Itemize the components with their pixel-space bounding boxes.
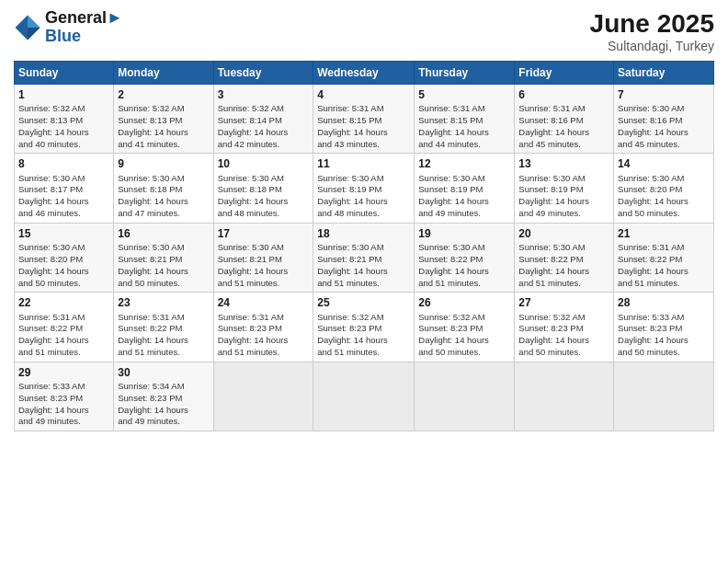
- day-number: 22: [18, 295, 109, 310]
- calendar-cell: 8Sunrise: 5:30 AMSunset: 8:17 PMDaylight…: [15, 154, 114, 223]
- day-number: 30: [118, 365, 209, 380]
- calendar-cell: 18Sunrise: 5:30 AMSunset: 8:21 PMDayligh…: [313, 223, 415, 292]
- day-info: Sunrise: 5:34 AMSunset: 8:23 PMDaylight:…: [118, 381, 209, 428]
- page: General► Blue June 2025 Sultandagi, Turk…: [0, 0, 728, 441]
- day-number: 3: [218, 87, 310, 102]
- svg-marker-2: [28, 28, 40, 40]
- logo-icon: [14, 14, 41, 41]
- weekday-header-tuesday: Tuesday: [213, 62, 313, 85]
- day-number: 5: [418, 87, 510, 102]
- day-number: 21: [618, 226, 710, 241]
- calendar-cell: [415, 362, 515, 431]
- calendar-cell: 4Sunrise: 5:31 AMSunset: 8:15 PMDaylight…: [313, 85, 415, 154]
- day-info: Sunrise: 5:30 AMSunset: 8:22 PMDaylight:…: [418, 242, 510, 289]
- day-number: 4: [317, 87, 410, 102]
- day-info: Sunrise: 5:30 AMSunset: 8:20 PMDaylight:…: [618, 173, 710, 220]
- calendar-cell: 17Sunrise: 5:30 AMSunset: 8:21 PMDayligh…: [213, 223, 313, 292]
- calendar-week-5: 29Sunrise: 5:33 AMSunset: 8:23 PMDayligh…: [15, 362, 714, 431]
- day-info: Sunrise: 5:30 AMSunset: 8:21 PMDaylight:…: [317, 242, 410, 289]
- day-info: Sunrise: 5:30 AMSunset: 8:17 PMDaylight:…: [18, 173, 109, 220]
- day-number: 2: [118, 87, 209, 102]
- day-number: 1: [18, 87, 109, 102]
- calendar-cell: 28Sunrise: 5:33 AMSunset: 8:23 PMDayligh…: [614, 293, 714, 362]
- day-number: 10: [218, 156, 310, 171]
- weekday-header-saturday: Saturday: [614, 62, 714, 85]
- day-info: Sunrise: 5:33 AMSunset: 8:23 PMDaylight:…: [618, 312, 710, 359]
- day-number: 14: [618, 156, 710, 171]
- day-info: Sunrise: 5:31 AMSunset: 8:16 PMDaylight:…: [518, 103, 609, 150]
- day-info: Sunrise: 5:31 AMSunset: 8:15 PMDaylight:…: [317, 103, 410, 150]
- day-info: Sunrise: 5:30 AMSunset: 8:19 PMDaylight:…: [518, 173, 609, 220]
- calendar-cell: [213, 362, 313, 431]
- day-number: 11: [317, 156, 410, 171]
- day-info: Sunrise: 5:30 AMSunset: 8:21 PMDaylight:…: [118, 242, 209, 289]
- calendar-cell: 27Sunrise: 5:32 AMSunset: 8:23 PMDayligh…: [515, 293, 614, 362]
- calendar-cell: 16Sunrise: 5:30 AMSunset: 8:21 PMDayligh…: [114, 223, 213, 292]
- calendar-cell: 15Sunrise: 5:30 AMSunset: 8:20 PMDayligh…: [15, 223, 114, 292]
- calendar-week-3: 15Sunrise: 5:30 AMSunset: 8:20 PMDayligh…: [15, 223, 714, 292]
- calendar-cell: [313, 362, 415, 431]
- day-number: 29: [18, 365, 109, 380]
- day-number: 8: [18, 156, 109, 171]
- weekday-header-monday: Monday: [114, 62, 213, 85]
- day-info: Sunrise: 5:30 AMSunset: 8:20 PMDaylight:…: [18, 242, 109, 289]
- day-info: Sunrise: 5:32 AMSunset: 8:23 PMDaylight:…: [317, 312, 410, 359]
- calendar-cell: 26Sunrise: 5:32 AMSunset: 8:23 PMDayligh…: [415, 293, 515, 362]
- day-number: 12: [418, 156, 510, 171]
- calendar-cell: 19Sunrise: 5:30 AMSunset: 8:22 PMDayligh…: [415, 223, 515, 292]
- day-info: Sunrise: 5:32 AMSunset: 8:23 PMDaylight:…: [418, 312, 510, 359]
- day-info: Sunrise: 5:30 AMSunset: 8:21 PMDaylight:…: [218, 242, 310, 289]
- day-number: 6: [518, 87, 609, 102]
- calendar-cell: 13Sunrise: 5:30 AMSunset: 8:19 PMDayligh…: [515, 154, 614, 223]
- calendar-cell: [614, 362, 714, 431]
- svg-marker-1: [28, 15, 40, 28]
- calendar-cell: 9Sunrise: 5:30 AMSunset: 8:18 PMDaylight…: [114, 154, 213, 223]
- calendar-cell: 6Sunrise: 5:31 AMSunset: 8:16 PMDaylight…: [515, 85, 614, 154]
- calendar-cell: 12Sunrise: 5:30 AMSunset: 8:19 PMDayligh…: [415, 154, 515, 223]
- day-info: Sunrise: 5:30 AMSunset: 8:18 PMDaylight:…: [218, 173, 310, 220]
- day-info: Sunrise: 5:32 AMSunset: 8:14 PMDaylight:…: [218, 103, 310, 150]
- calendar-cell: 14Sunrise: 5:30 AMSunset: 8:20 PMDayligh…: [614, 154, 714, 223]
- calendar-week-2: 8Sunrise: 5:30 AMSunset: 8:17 PMDaylight…: [15, 154, 714, 223]
- day-info: Sunrise: 5:32 AMSunset: 8:13 PMDaylight:…: [18, 103, 109, 150]
- day-info: Sunrise: 5:30 AMSunset: 8:16 PMDaylight:…: [618, 103, 710, 150]
- day-number: 16: [118, 226, 209, 241]
- day-info: Sunrise: 5:31 AMSunset: 8:22 PMDaylight:…: [18, 312, 109, 359]
- weekday-header-friday: Friday: [515, 62, 614, 85]
- day-info: Sunrise: 5:31 AMSunset: 8:22 PMDaylight:…: [618, 242, 710, 289]
- day-number: 19: [418, 226, 510, 241]
- calendar-cell: 20Sunrise: 5:30 AMSunset: 8:22 PMDayligh…: [515, 223, 614, 292]
- day-number: 7: [618, 87, 710, 102]
- location-subtitle: Sultandagi, Turkey: [590, 39, 714, 53]
- calendar-week-1: 1Sunrise: 5:32 AMSunset: 8:13 PMDaylight…: [15, 85, 714, 154]
- day-info: Sunrise: 5:32 AMSunset: 8:13 PMDaylight:…: [118, 103, 209, 150]
- day-number: 28: [618, 295, 710, 310]
- calendar-cell: 25Sunrise: 5:32 AMSunset: 8:23 PMDayligh…: [313, 293, 415, 362]
- day-number: 20: [518, 226, 609, 241]
- day-info: Sunrise: 5:31 AMSunset: 8:15 PMDaylight:…: [418, 103, 510, 150]
- logo: General► Blue: [14, 9, 123, 46]
- calendar-cell: 21Sunrise: 5:31 AMSunset: 8:22 PMDayligh…: [614, 223, 714, 292]
- day-number: 23: [118, 295, 209, 310]
- calendar-cell: 5Sunrise: 5:31 AMSunset: 8:15 PMDaylight…: [415, 85, 515, 154]
- calendar-cell: 1Sunrise: 5:32 AMSunset: 8:13 PMDaylight…: [15, 85, 114, 154]
- day-info: Sunrise: 5:31 AMSunset: 8:22 PMDaylight:…: [118, 312, 209, 359]
- day-number: 13: [518, 156, 609, 171]
- day-number: 26: [418, 295, 510, 310]
- weekday-header-thursday: Thursday: [415, 62, 515, 85]
- calendar-cell: 29Sunrise: 5:33 AMSunset: 8:23 PMDayligh…: [15, 362, 114, 431]
- day-info: Sunrise: 5:30 AMSunset: 8:19 PMDaylight:…: [418, 173, 510, 220]
- calendar-cell: 10Sunrise: 5:30 AMSunset: 8:18 PMDayligh…: [213, 154, 313, 223]
- title-area: June 2025 Sultandagi, Turkey: [590, 9, 714, 53]
- calendar-cell: 11Sunrise: 5:30 AMSunset: 8:19 PMDayligh…: [313, 154, 415, 223]
- day-info: Sunrise: 5:30 AMSunset: 8:18 PMDaylight:…: [118, 173, 209, 220]
- day-number: 27: [518, 295, 609, 310]
- logo-text: General► Blue: [45, 9, 123, 46]
- day-number: 15: [18, 226, 109, 241]
- calendar-cell: 22Sunrise: 5:31 AMSunset: 8:22 PMDayligh…: [15, 293, 114, 362]
- month-title: June 2025: [590, 9, 714, 39]
- calendar-header: SundayMondayTuesdayWednesdayThursdayFrid…: [15, 62, 714, 85]
- day-info: Sunrise: 5:32 AMSunset: 8:23 PMDaylight:…: [518, 312, 609, 359]
- calendar-cell: [515, 362, 614, 431]
- day-info: Sunrise: 5:33 AMSunset: 8:23 PMDaylight:…: [18, 381, 109, 428]
